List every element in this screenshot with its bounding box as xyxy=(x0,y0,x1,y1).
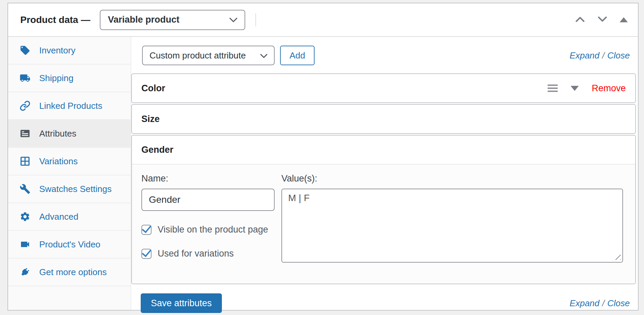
triangle-up-icon xyxy=(620,17,628,22)
page-title: Product data — xyxy=(20,15,90,25)
chevron-down-icon xyxy=(597,16,607,24)
sidebar-item-variations[interactable]: Variations xyxy=(8,148,131,175)
toggle-panel-button[interactable] xyxy=(620,17,628,22)
attributes-toolbar: Custom product attribute Add Expand/Clos… xyxy=(142,46,630,65)
product-data-metabox: Product data — Variable product xyxy=(7,3,639,311)
sidebar-item-swatches-settings[interactable]: Swatches Settings xyxy=(8,175,131,203)
attribute-row-header[interactable]: Size xyxy=(132,105,635,133)
sidebar-item-get-more-options[interactable]: Get more options xyxy=(8,259,131,286)
sidebar-item-products-video[interactable]: Product's Video xyxy=(8,231,131,259)
sidebar-item-inventory[interactable]: Inventory xyxy=(8,37,131,65)
close-link[interactable]: Close xyxy=(607,298,630,308)
attributes-panel: Custom product attribute Add Expand/Clos… xyxy=(131,37,638,310)
attribute-row-gender: Gender Name: Visible on the product page xyxy=(131,135,636,284)
plug-icon xyxy=(20,267,30,277)
attribute-name: Size xyxy=(141,114,160,124)
chevron-down-icon xyxy=(260,50,268,61)
attribute-edit-form: Name: Visible on the product page Used f… xyxy=(132,165,635,284)
attribute-row-size: Size xyxy=(131,104,636,134)
attribute-row-controls: Remove xyxy=(548,83,626,94)
sidebar-item-label: Advanced xyxy=(39,212,78,222)
visible-checkbox[interactable] xyxy=(141,225,152,235)
sidebar-item-label: Inventory xyxy=(39,45,75,56)
triangle-down-icon[interactable] xyxy=(571,86,579,91)
expand-close-links: Expand/Close xyxy=(570,298,630,309)
name-label: Name: xyxy=(141,173,275,184)
sidebar-item-attributes[interactable]: Attributes xyxy=(8,120,131,148)
sidebar-item-label: Get more options xyxy=(39,267,107,277)
used-for-variations-checkbox[interactable] xyxy=(141,249,152,259)
link-icon xyxy=(20,100,30,111)
sidebar-item-label: Shipping xyxy=(39,73,73,83)
sidebar-item-label: Attributes xyxy=(39,128,76,139)
variations-checkbox-row: Used for variations xyxy=(141,248,275,259)
move-down-button[interactable] xyxy=(597,16,607,24)
sidebar-item-label: Linked Products xyxy=(39,101,102,111)
attributes-footer: Save attributes Expand/Close xyxy=(141,293,630,313)
remove-attribute-link[interactable]: Remove xyxy=(592,83,626,94)
index-card-icon xyxy=(20,128,30,139)
close-link[interactable]: Close xyxy=(607,50,630,60)
grid-icon xyxy=(20,156,30,167)
product-type-value: Variable product xyxy=(108,15,180,25)
variations-checkbox-label: Used for variations xyxy=(158,248,234,259)
sidebar-item-shipping[interactable]: Shipping xyxy=(8,65,131,92)
attribute-name-column: Name: Visible on the product page Used f… xyxy=(141,173,275,264)
sidebar-item-linked-products[interactable]: Linked Products xyxy=(8,92,131,120)
product-type-select[interactable]: Variable product xyxy=(100,10,245,30)
save-attributes-button[interactable]: Save attributes xyxy=(141,293,222,313)
attribute-name: Gender xyxy=(141,145,174,155)
video-camera-icon xyxy=(20,239,30,250)
slash-separator: / xyxy=(602,50,604,60)
slash-separator: / xyxy=(602,298,604,308)
sidebar-item-label: Product's Video xyxy=(39,239,100,250)
visible-checkbox-row: Visible on the product page xyxy=(141,224,275,235)
values-label: Value(s): xyxy=(281,173,623,184)
attribute-row-header[interactable]: Color Remove xyxy=(132,74,635,102)
metabox-header: Product data — Variable product xyxy=(8,3,638,37)
attribute-values-textarea[interactable]: M | F xyxy=(281,189,623,263)
attribute-name: Color xyxy=(141,83,165,94)
wrench-icon xyxy=(20,184,30,194)
attribute-values-column: Value(s): M | F xyxy=(281,173,623,264)
attribute-list: Color Remove Size xyxy=(131,73,636,284)
attribute-type-value: Custom product attribute xyxy=(150,50,246,61)
sidebar-item-label: Swatches Settings xyxy=(39,184,112,194)
attribute-name-input[interactable] xyxy=(141,189,275,211)
chevron-up-icon xyxy=(575,16,585,24)
attribute-type-select[interactable]: Custom product attribute xyxy=(142,46,275,65)
attribute-row-header[interactable]: Gender xyxy=(132,136,635,164)
move-up-button[interactable] xyxy=(575,16,585,24)
expand-link[interactable]: Expand xyxy=(570,298,599,308)
sidebar-item-advanced[interactable]: Advanced xyxy=(8,203,131,231)
values-textarea-wrapper: M | F xyxy=(281,189,623,264)
expand-link[interactable]: Expand xyxy=(570,50,599,60)
expand-close-links: Expand/Close xyxy=(570,50,630,61)
gear-icon xyxy=(20,211,30,222)
metabox-body: Inventory Shipping Linked Products Attri… xyxy=(8,37,638,310)
tag-icon xyxy=(20,45,30,56)
sidebar-item-label: Variations xyxy=(39,156,78,167)
drag-handle-icon[interactable] xyxy=(548,84,558,92)
add-attribute-button[interactable]: Add xyxy=(280,46,315,65)
visible-checkbox-label: Visible on the product page xyxy=(158,224,268,235)
header-divider xyxy=(255,14,256,26)
product-data-tabs: Inventory Shipping Linked Products Attri… xyxy=(8,37,131,310)
chevron-down-icon xyxy=(229,15,238,25)
truck-icon xyxy=(20,73,30,83)
metabox-order-controls xyxy=(575,16,628,24)
attribute-row-color: Color Remove xyxy=(131,73,636,103)
